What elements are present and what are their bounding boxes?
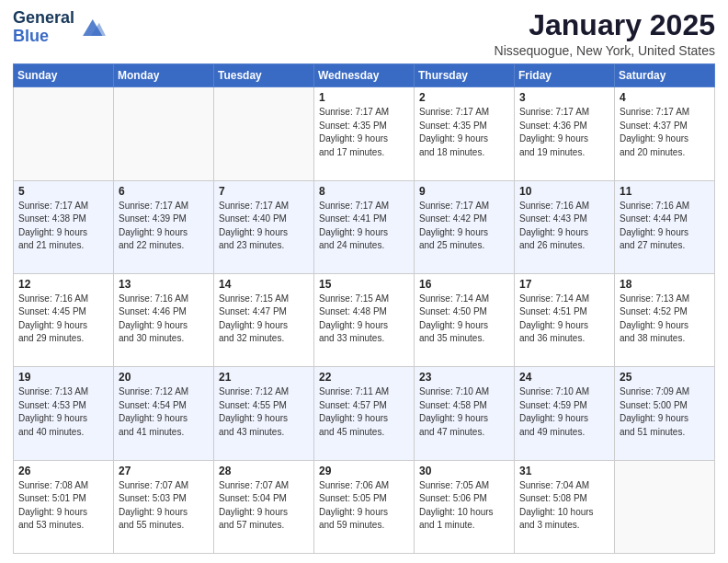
dow-header-saturday: Saturday <box>615 64 715 87</box>
day-info: Sunrise: 7:17 AM Sunset: 4:35 PM Dayligh… <box>419 106 509 159</box>
calendar-cell: 31Sunrise: 7:04 AM Sunset: 5:08 PM Dayli… <box>515 460 615 553</box>
calendar-cell: 8Sunrise: 7:17 AM Sunset: 4:41 PM Daylig… <box>314 180 415 273</box>
day-number: 16 <box>419 278 509 291</box>
calendar-cell: 10Sunrise: 7:16 AM Sunset: 4:43 PM Dayli… <box>515 180 615 273</box>
calendar-cell: 29Sunrise: 7:06 AM Sunset: 5:05 PM Dayli… <box>314 460 415 553</box>
day-info: Sunrise: 7:10 AM Sunset: 4:58 PM Dayligh… <box>419 385 509 439</box>
day-number: 27 <box>119 465 209 477</box>
calendar-cell: 13Sunrise: 7:16 AM Sunset: 4:46 PM Dayli… <box>114 273 214 366</box>
calendar-cell: 25Sunrise: 7:09 AM Sunset: 5:00 PM Dayli… <box>615 367 715 460</box>
calendar-cell: 30Sunrise: 7:05 AM Sunset: 5:06 PM Dayli… <box>415 460 515 553</box>
day-info: Sunrise: 7:15 AM Sunset: 4:48 PM Dayligh… <box>319 293 409 346</box>
day-number: 18 <box>620 278 710 291</box>
day-number: 5 <box>18 185 108 198</box>
day-info: Sunrise: 7:16 AM Sunset: 4:43 PM Dayligh… <box>519 200 609 253</box>
day-info: Sunrise: 7:17 AM Sunset: 4:37 PM Dayligh… <box>620 106 710 159</box>
day-info: Sunrise: 7:16 AM Sunset: 4:46 PM Dayligh… <box>119 293 209 346</box>
header-right: January 2025 Nissequogue, New York, Unit… <box>495 9 715 58</box>
day-info: Sunrise: 7:07 AM Sunset: 5:03 PM Dayligh… <box>119 479 209 533</box>
day-info: Sunrise: 7:08 AM Sunset: 5:01 PM Dayligh… <box>18 479 108 533</box>
day-info: Sunrise: 7:15 AM Sunset: 4:47 PM Dayligh… <box>219 293 309 346</box>
calendar-cell: 20Sunrise: 7:12 AM Sunset: 4:54 PM Dayli… <box>114 367 214 460</box>
calendar-week-2: 5Sunrise: 7:17 AM Sunset: 4:38 PM Daylig… <box>14 180 715 273</box>
calendar-cell: 24Sunrise: 7:10 AM Sunset: 4:59 PM Dayli… <box>515 367 615 460</box>
calendar-cell <box>214 87 314 180</box>
day-info: Sunrise: 7:17 AM Sunset: 4:35 PM Dayligh… <box>319 106 409 159</box>
month-title: January 2025 <box>495 9 715 41</box>
calendar-cell: 3Sunrise: 7:17 AM Sunset: 4:36 PM Daylig… <box>515 87 615 180</box>
day-info: Sunrise: 7:17 AM Sunset: 4:36 PM Dayligh… <box>519 106 609 159</box>
dow-header-friday: Friday <box>515 64 615 87</box>
day-info: Sunrise: 7:05 AM Sunset: 5:06 PM Dayligh… <box>419 479 509 533</box>
day-info: Sunrise: 7:16 AM Sunset: 4:44 PM Dayligh… <box>620 200 710 253</box>
header: General Blue January 2025 Nissequogue, N… <box>13 9 715 58</box>
logo-text: General Blue <box>13 9 74 46</box>
day-info: Sunrise: 7:13 AM Sunset: 4:53 PM Dayligh… <box>18 385 108 439</box>
day-number: 15 <box>319 278 409 291</box>
calendar-cell <box>615 460 715 553</box>
day-info: Sunrise: 7:12 AM Sunset: 4:55 PM Dayligh… <box>219 385 309 439</box>
calendar-week-5: 26Sunrise: 7:08 AM Sunset: 5:01 PM Dayli… <box>14 460 715 553</box>
day-number: 21 <box>219 371 309 384</box>
day-number: 4 <box>620 91 710 104</box>
calendar-cell <box>114 87 214 180</box>
day-of-week-row: SundayMondayTuesdayWednesdayThursdayFrid… <box>14 64 715 87</box>
day-info: Sunrise: 7:16 AM Sunset: 4:45 PM Dayligh… <box>18 293 108 346</box>
day-info: Sunrise: 7:07 AM Sunset: 5:04 PM Dayligh… <box>219 479 309 533</box>
day-number: 12 <box>18 278 108 291</box>
logo-icon <box>76 13 106 42</box>
calendar-body: 1Sunrise: 7:17 AM Sunset: 4:35 PM Daylig… <box>14 87 715 554</box>
dow-header-wednesday: Wednesday <box>314 64 415 87</box>
calendar-cell: 15Sunrise: 7:15 AM Sunset: 4:48 PM Dayli… <box>314 273 415 366</box>
day-info: Sunrise: 7:11 AM Sunset: 4:57 PM Dayligh… <box>319 385 409 439</box>
day-info: Sunrise: 7:17 AM Sunset: 4:41 PM Dayligh… <box>319 200 409 253</box>
calendar-cell: 6Sunrise: 7:17 AM Sunset: 4:39 PM Daylig… <box>114 180 214 273</box>
day-number: 25 <box>620 371 710 384</box>
day-info: Sunrise: 7:09 AM Sunset: 5:00 PM Dayligh… <box>620 385 710 439</box>
day-info: Sunrise: 7:06 AM Sunset: 5:05 PM Dayligh… <box>319 479 409 533</box>
day-number: 19 <box>18 371 108 384</box>
day-number: 14 <box>219 278 309 291</box>
day-number: 6 <box>119 185 209 198</box>
calendar-week-3: 12Sunrise: 7:16 AM Sunset: 4:45 PM Dayli… <box>14 273 715 366</box>
day-number: 13 <box>119 278 209 291</box>
day-info: Sunrise: 7:13 AM Sunset: 4:52 PM Dayligh… <box>620 293 710 346</box>
calendar-cell: 18Sunrise: 7:13 AM Sunset: 4:52 PM Dayli… <box>615 273 715 366</box>
day-number: 8 <box>319 185 409 198</box>
day-info: Sunrise: 7:10 AM Sunset: 4:59 PM Dayligh… <box>519 385 609 439</box>
page: General Blue January 2025 Nissequogue, N… <box>0 0 728 563</box>
calendar-cell: 19Sunrise: 7:13 AM Sunset: 4:53 PM Dayli… <box>14 367 114 460</box>
day-info: Sunrise: 7:14 AM Sunset: 4:51 PM Dayligh… <box>519 293 609 346</box>
calendar-cell: 16Sunrise: 7:14 AM Sunset: 4:50 PM Dayli… <box>415 273 515 366</box>
calendar-cell: 27Sunrise: 7:07 AM Sunset: 5:03 PM Dayli… <box>114 460 214 553</box>
day-number: 9 <box>419 185 509 198</box>
calendar-cell: 5Sunrise: 7:17 AM Sunset: 4:38 PM Daylig… <box>14 180 114 273</box>
calendar-cell: 1Sunrise: 7:17 AM Sunset: 4:35 PM Daylig… <box>314 87 415 180</box>
calendar-week-1: 1Sunrise: 7:17 AM Sunset: 4:35 PM Daylig… <box>14 87 715 180</box>
day-number: 24 <box>519 371 609 384</box>
calendar-cell: 9Sunrise: 7:17 AM Sunset: 4:42 PM Daylig… <box>415 180 515 273</box>
calendar-table: SundayMondayTuesdayWednesdayThursdayFrid… <box>13 63 715 554</box>
calendar-cell: 26Sunrise: 7:08 AM Sunset: 5:01 PM Dayli… <box>14 460 114 553</box>
day-info: Sunrise: 7:04 AM Sunset: 5:08 PM Dayligh… <box>519 479 609 533</box>
day-number: 22 <box>319 371 409 384</box>
calendar-cell: 2Sunrise: 7:17 AM Sunset: 4:35 PM Daylig… <box>415 87 515 180</box>
day-info: Sunrise: 7:17 AM Sunset: 4:40 PM Dayligh… <box>219 200 309 253</box>
day-number: 7 <box>219 185 309 198</box>
day-number: 30 <box>419 465 509 477</box>
day-number: 23 <box>419 371 509 384</box>
day-number: 10 <box>519 185 609 198</box>
day-info: Sunrise: 7:17 AM Sunset: 4:42 PM Dayligh… <box>419 200 509 253</box>
dow-header-sunday: Sunday <box>14 64 114 87</box>
day-number: 11 <box>620 185 710 198</box>
day-info: Sunrise: 7:12 AM Sunset: 4:54 PM Dayligh… <box>119 385 209 439</box>
calendar-cell: 17Sunrise: 7:14 AM Sunset: 4:51 PM Dayli… <box>515 273 615 366</box>
day-info: Sunrise: 7:17 AM Sunset: 4:38 PM Dayligh… <box>18 200 108 253</box>
calendar-cell: 22Sunrise: 7:11 AM Sunset: 4:57 PM Dayli… <box>314 367 415 460</box>
calendar-cell: 7Sunrise: 7:17 AM Sunset: 4:40 PM Daylig… <box>214 180 314 273</box>
calendar-week-4: 19Sunrise: 7:13 AM Sunset: 4:53 PM Dayli… <box>14 367 715 460</box>
day-number: 26 <box>18 465 108 477</box>
day-number: 29 <box>319 465 409 477</box>
calendar-cell <box>14 87 114 180</box>
day-number: 1 <box>319 91 409 104</box>
